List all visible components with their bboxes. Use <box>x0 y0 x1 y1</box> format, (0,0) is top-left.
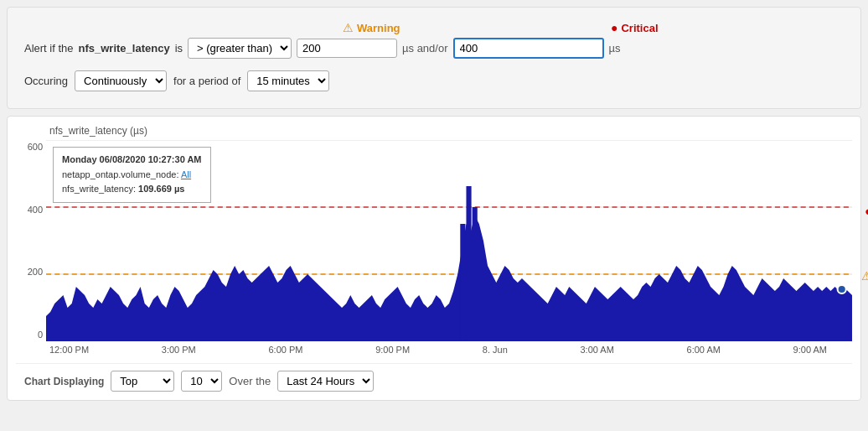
y-label-200: 200 <box>16 267 43 277</box>
x-label-300pm: 3:00 PM <box>162 345 196 355</box>
critical-value-input[interactable] <box>453 38 604 59</box>
over-the-label: Over the <box>229 375 271 387</box>
top-dropdown[interactable]: Top Bottom <box>111 371 174 392</box>
chart-footer: Chart Displaying Top Bottom 10 5 25 Over… <box>16 363 852 400</box>
x-label-600am: 6:00 AM <box>687 345 721 355</box>
x-label-600pm: 6:00 PM <box>268 345 302 355</box>
chart-svg <box>46 140 852 341</box>
critical-icon: ● <box>611 21 617 34</box>
alert-config-panel: ⚠ Warning ● Critical Alert if the nfs_wr… <box>7 7 861 109</box>
svg-point-10 <box>838 285 846 293</box>
unit-middle: µs and/or <box>402 42 447 55</box>
top-count-dropdown[interactable]: 10 5 25 <box>181 371 222 392</box>
chart-panel: nfs_write_latency (µs) 600 400 200 0 <box>7 116 861 401</box>
condition-dropdown[interactable]: > (greater than) < (less than) <box>188 38 292 59</box>
for-label: for a period of <box>173 75 240 87</box>
svg-rect-7 <box>466 186 471 341</box>
warning-header-label: Warning <box>357 22 400 34</box>
warning-value-input[interactable] <box>297 39 397 58</box>
x-label-900pm: 9:00 PM <box>375 345 410 355</box>
y-label-0: 0 <box>16 330 43 340</box>
x-label-300am: 3:00 AM <box>580 345 613 355</box>
occuring-row: Occuring Continuously Once for a period … <box>24 70 844 91</box>
warning-icon: ⚠ <box>343 21 354 34</box>
occuring-mode-dropdown[interactable]: Continuously Once <box>75 70 167 91</box>
y-label-600: 600 <box>16 142 43 152</box>
x-label-8jun: 8. Jun <box>483 345 508 355</box>
metric-name: nfs_write_latency <box>79 42 170 55</box>
alert-row: Alert if the nfs_write_latency is > (gre… <box>24 38 844 59</box>
svg-rect-9 <box>473 207 478 341</box>
alert-prefix: Alert if the <box>24 42 74 55</box>
critical-header-label: Critical <box>621 22 658 34</box>
svg-rect-8 <box>460 224 465 341</box>
x-label-1200pm: 12:00 PM <box>49 345 89 355</box>
period-dropdown[interactable]: 15 minutes 5 minutes 30 minutes <box>247 70 329 91</box>
unit-right: µs <box>609 42 621 55</box>
occuring-prefix: Occuring <box>24 75 68 87</box>
is-label: is <box>175 42 183 55</box>
x-label-900am: 9:00 AM <box>793 345 827 355</box>
chart-displaying-label: Chart Displaying <box>24 376 104 387</box>
time-range-dropdown[interactable]: Last 24 Hours Last 7 Days Last 30 Days <box>277 371 374 392</box>
y-label-400: 400 <box>16 205 43 215</box>
warning-threshold-icon: ⚠ <box>861 269 868 283</box>
critical-threshold-icon: ● <box>865 204 868 218</box>
x-axis-labels: 12:00 PM 3:00 PM 6:00 PM 9:00 PM 8. Jun … <box>49 341 827 360</box>
chart-title: nfs_write_latency (µs) <box>49 125 852 137</box>
